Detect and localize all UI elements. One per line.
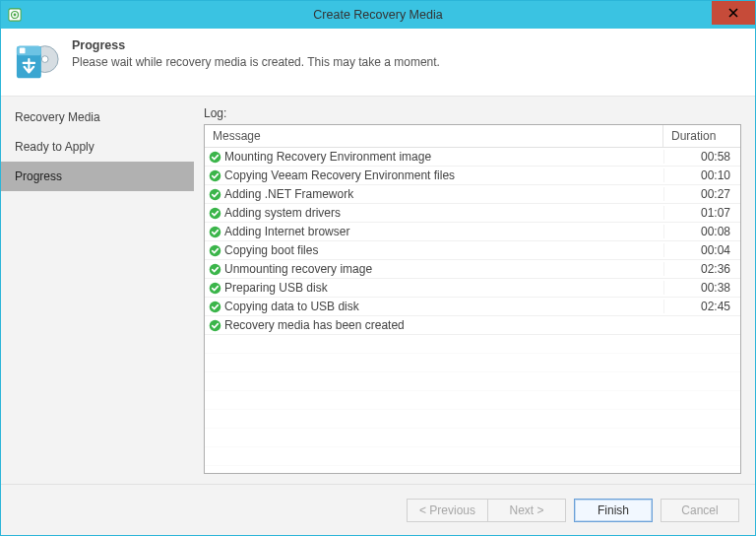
log-row-message: Copying boot files	[224, 243, 663, 257]
recovery-media-icon	[15, 38, 60, 84]
sidebar-step[interactable]: Ready to Apply	[1, 132, 194, 162]
log-row-message: Adding .NET Framework	[224, 187, 663, 201]
sidebar-step[interactable]: Progress	[1, 162, 194, 191]
page-subtitle: Please wait while recovery media is crea…	[72, 55, 440, 69]
log-row-duration: 00:08	[663, 225, 740, 238]
success-icon	[205, 244, 224, 257]
next-button: Next >	[487, 499, 566, 522]
log-row-message: Recovery media has been created	[224, 318, 663, 332]
wizard-header: Progress Please wait while recovery medi…	[1, 29, 755, 96]
log-row[interactable]: Recovery media has been created	[205, 316, 740, 335]
main-panel: Log: Message Duration Mounting Recovery …	[194, 97, 755, 484]
finish-button[interactable]: Finish	[574, 499, 653, 522]
page-heading: Progress	[72, 38, 440, 52]
log-list: Message Duration Mounting Recovery Envir…	[204, 124, 741, 474]
sidebar-step[interactable]: Recovery Media	[1, 102, 194, 132]
sidebar-step-label: Recovery Media	[15, 110, 100, 124]
window-frame: Create Recovery Media Progress Please wa…	[0, 0, 756, 536]
log-row-duration: 02:45	[663, 300, 740, 313]
log-row-duration: 00:04	[663, 243, 740, 257]
log-row-message: Adding system drivers	[224, 206, 663, 220]
success-icon	[205, 301, 224, 313]
log-row-duration: 00:27	[663, 187, 740, 201]
log-row[interactable]: Adding Internet browser00:08	[205, 223, 740, 241]
wizard-body: Recovery MediaReady to ApplyProgress Log…	[1, 96, 755, 484]
wizard-steps: Recovery MediaReady to ApplyProgress	[1, 97, 194, 484]
log-row-duration: 01:07	[663, 206, 740, 220]
log-row[interactable]: Adding .NET Framework00:27	[205, 185, 740, 204]
svg-point-4	[41, 56, 48, 63]
success-icon	[205, 188, 224, 201]
window-title: Create Recovery Media	[1, 8, 755, 22]
sidebar-step-label: Ready to Apply	[15, 140, 94, 154]
success-icon	[205, 151, 224, 164]
log-row-duration: 00:38	[663, 281, 740, 295]
log-row-duration: 02:36	[663, 262, 740, 276]
close-icon	[728, 5, 738, 21]
success-icon	[205, 207, 224, 220]
log-row[interactable]: Mounting Recovery Environment image00:58	[205, 148, 740, 167]
cancel-button: Cancel	[661, 499, 739, 522]
log-row[interactable]: Unmounting recovery image02:36	[205, 260, 740, 279]
log-row-duration: 00:58	[663, 150, 740, 164]
log-row-message: Copying data to USB disk	[224, 300, 663, 313]
log-row[interactable]: Adding system drivers01:07	[205, 204, 740, 223]
success-icon	[205, 282, 224, 295]
log-row-message: Unmounting recovery image	[224, 262, 663, 276]
log-row-message: Copying Veeam Recovery Environment files	[224, 168, 663, 182]
log-row[interactable]: Copying Veeam Recovery Environment files…	[205, 167, 740, 185]
close-button[interactable]	[712, 1, 755, 25]
log-row-message: Mounting Recovery Environment image	[224, 150, 663, 164]
log-rows[interactable]: Mounting Recovery Environment image00:58…	[205, 148, 740, 473]
log-row[interactable]: Copying data to USB disk02:45	[205, 298, 740, 316]
titlebar: Create Recovery Media	[1, 1, 755, 29]
log-header-duration[interactable]: Duration	[663, 125, 740, 147]
log-row[interactable]: Preparing USB disk00:38	[205, 279, 740, 298]
success-icon	[205, 263, 224, 276]
success-icon	[205, 169, 224, 182]
log-row-message: Preparing USB disk	[224, 281, 663, 295]
wizard-footer: < Previous Next > Finish Cancel	[1, 484, 755, 535]
log-header-message[interactable]: Message	[205, 125, 663, 147]
log-row[interactable]: Copying boot files00:04	[205, 241, 740, 260]
sidebar-step-label: Progress	[15, 169, 62, 183]
log-label: Log:	[204, 106, 741, 120]
svg-rect-7	[20, 48, 26, 54]
success-icon	[205, 226, 224, 238]
success-icon	[205, 319, 224, 332]
log-row-duration: 00:10	[663, 168, 740, 182]
log-header-row: Message Duration	[205, 125, 740, 148]
log-row-message: Adding Internet browser	[224, 225, 663, 238]
previous-button: < Previous	[407, 499, 487, 522]
